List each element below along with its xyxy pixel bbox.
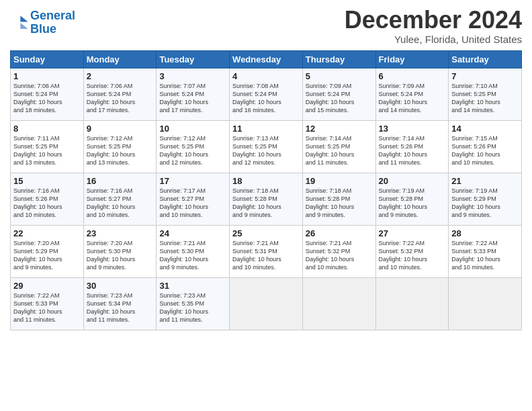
calendar-cell <box>449 277 522 330</box>
cell-text: Sunrise: 7:17 AM Sunset: 5:27 PM Dayligh… <box>159 187 226 220</box>
calendar-cell: 4Sunrise: 7:08 AM Sunset: 5:24 PM Daylig… <box>230 68 303 120</box>
logo-line1: General <box>30 9 75 22</box>
day-number: 27 <box>379 228 446 238</box>
col-sunday: Sunday <box>11 50 84 68</box>
cell-text: Sunrise: 7:21 AM Sunset: 5:31 PM Dayligh… <box>232 239 300 272</box>
calendar-week-4: 29Sunrise: 7:22 AM Sunset: 5:33 PM Dayli… <box>11 277 522 330</box>
day-number: 17 <box>159 176 226 186</box>
calendar-cell: 24Sunrise: 7:21 AM Sunset: 5:30 PM Dayli… <box>157 225 230 277</box>
calendar-cell: 31Sunrise: 7:23 AM Sunset: 5:35 PM Dayli… <box>157 277 230 330</box>
calendar-cell: 16Sunrise: 7:16 AM Sunset: 5:27 PM Dayli… <box>83 173 157 225</box>
day-number: 23 <box>87 228 154 238</box>
day-number: 10 <box>159 124 226 134</box>
cell-text: Sunrise: 7:22 AM Sunset: 5:32 PM Dayligh… <box>379 239 446 272</box>
cell-text: Sunrise: 7:10 AM Sunset: 5:25 PM Dayligh… <box>451 82 519 115</box>
cell-text: Sunrise: 7:11 AM Sunset: 5:25 PM Dayligh… <box>13 134 81 167</box>
cell-text: Sunrise: 7:06 AM Sunset: 5:24 PM Dayligh… <box>87 82 154 115</box>
calendar-cell: 29Sunrise: 7:22 AM Sunset: 5:33 PM Dayli… <box>11 277 84 330</box>
day-number: 7 <box>451 71 519 81</box>
logo-icon <box>10 13 29 32</box>
calendar-cell: 6Sunrise: 7:09 AM Sunset: 5:24 PM Daylig… <box>375 68 449 120</box>
day-number: 13 <box>379 124 446 134</box>
calendar-cell <box>302 277 375 330</box>
calendar-week-0: 1Sunrise: 7:06 AM Sunset: 5:24 PM Daylig… <box>11 68 522 120</box>
day-number: 3 <box>159 71 226 81</box>
col-friday: Friday <box>375 50 449 68</box>
cell-text: Sunrise: 7:13 AM Sunset: 5:25 PM Dayligh… <box>232 134 300 167</box>
cell-text: Sunrise: 7:23 AM Sunset: 5:35 PM Dayligh… <box>159 291 226 324</box>
cell-text: Sunrise: 7:09 AM Sunset: 5:24 PM Dayligh… <box>306 82 373 115</box>
calendar-cell: 28Sunrise: 7:22 AM Sunset: 5:33 PM Dayli… <box>449 225 522 277</box>
cell-text: Sunrise: 7:21 AM Sunset: 5:30 PM Dayligh… <box>159 239 226 272</box>
month-title: December 2024 <box>345 7 522 34</box>
day-number: 1 <box>13 71 81 81</box>
cell-text: Sunrise: 7:14 AM Sunset: 5:25 PM Dayligh… <box>306 134 373 167</box>
day-number: 11 <box>232 124 300 134</box>
cell-text: Sunrise: 7:16 AM Sunset: 5:27 PM Dayligh… <box>87 187 154 220</box>
day-number: 22 <box>13 228 81 238</box>
day-number: 9 <box>87 124 154 134</box>
calendar-cell: 12Sunrise: 7:14 AM Sunset: 5:25 PM Dayli… <box>302 120 375 173</box>
day-number: 5 <box>306 71 373 81</box>
calendar-cell: 10Sunrise: 7:12 AM Sunset: 5:25 PM Dayli… <box>157 120 230 173</box>
calendar-cell: 20Sunrise: 7:19 AM Sunset: 5:28 PM Dayli… <box>375 173 449 225</box>
cell-text: Sunrise: 7:06 AM Sunset: 5:24 PM Dayligh… <box>13 82 81 115</box>
day-number: 20 <box>379 176 446 186</box>
cell-text: Sunrise: 7:22 AM Sunset: 5:33 PM Dayligh… <box>13 291 81 324</box>
day-number: 19 <box>306 176 373 186</box>
day-number: 15 <box>13 176 81 186</box>
day-number: 30 <box>87 281 154 291</box>
calendar-cell <box>375 277 449 330</box>
col-saturday: Saturday <box>449 50 522 68</box>
cell-text: Sunrise: 7:09 AM Sunset: 5:24 PM Dayligh… <box>379 82 446 115</box>
calendar-cell: 11Sunrise: 7:13 AM Sunset: 5:25 PM Dayli… <box>230 120 303 173</box>
calendar-cell: 3Sunrise: 7:07 AM Sunset: 5:24 PM Daylig… <box>157 68 230 120</box>
calendar-cell: 5Sunrise: 7:09 AM Sunset: 5:24 PM Daylig… <box>302 68 375 120</box>
cell-text: Sunrise: 7:15 AM Sunset: 5:26 PM Dayligh… <box>451 134 519 167</box>
calendar-cell: 15Sunrise: 7:16 AM Sunset: 5:26 PM Dayli… <box>11 173 84 225</box>
day-number: 25 <box>232 228 300 238</box>
col-thursday: Thursday <box>302 50 375 68</box>
page-container: General Blue December 2024 Yulee, Florid… <box>0 0 532 337</box>
cell-text: Sunrise: 7:18 AM Sunset: 5:28 PM Dayligh… <box>306 187 373 220</box>
day-number: 31 <box>159 281 226 291</box>
logo-line2: Blue <box>30 22 56 36</box>
calendar-cell: 17Sunrise: 7:17 AM Sunset: 5:27 PM Dayli… <box>157 173 230 225</box>
calendar-cell: 8Sunrise: 7:11 AM Sunset: 5:25 PM Daylig… <box>11 120 84 173</box>
title-block: December 2024 Yulee, Florida, United Sta… <box>345 7 522 45</box>
day-number: 12 <box>306 124 373 134</box>
calendar-cell: 21Sunrise: 7:19 AM Sunset: 5:29 PM Dayli… <box>449 173 522 225</box>
calendar-header-row: Sunday Monday Tuesday Wednesday Thursday… <box>11 50 522 68</box>
calendar-cell: 23Sunrise: 7:20 AM Sunset: 5:30 PM Dayli… <box>83 225 157 277</box>
col-monday: Monday <box>83 50 157 68</box>
calendar-table: Sunday Monday Tuesday Wednesday Thursday… <box>10 50 522 330</box>
svg-marker-2 <box>20 23 28 29</box>
day-number: 16 <box>87 176 154 186</box>
cell-text: Sunrise: 7:20 AM Sunset: 5:30 PM Dayligh… <box>87 239 154 272</box>
day-number: 14 <box>451 124 519 134</box>
calendar-week-3: 22Sunrise: 7:20 AM Sunset: 5:29 PM Dayli… <box>11 225 522 277</box>
col-tuesday: Tuesday <box>157 50 230 68</box>
calendar-cell: 26Sunrise: 7:21 AM Sunset: 5:32 PM Dayli… <box>302 225 375 277</box>
svg-marker-1 <box>20 15 28 21</box>
day-number: 8 <box>13 124 81 134</box>
svg-rect-0 <box>10 13 29 32</box>
day-number: 6 <box>379 71 446 81</box>
day-number: 4 <box>232 71 300 81</box>
calendar-cell: 25Sunrise: 7:21 AM Sunset: 5:31 PM Dayli… <box>230 225 303 277</box>
location-title: Yulee, Florida, United States <box>345 34 522 45</box>
day-number: 18 <box>232 176 300 186</box>
cell-text: Sunrise: 7:14 AM Sunset: 5:26 PM Dayligh… <box>379 134 446 167</box>
day-number: 28 <box>451 228 519 238</box>
day-number: 2 <box>87 71 154 81</box>
logo: General Blue <box>10 9 75 36</box>
calendar-cell: 14Sunrise: 7:15 AM Sunset: 5:26 PM Dayli… <box>449 120 522 173</box>
col-wednesday: Wednesday <box>230 50 303 68</box>
calendar-cell: 7Sunrise: 7:10 AM Sunset: 5:25 PM Daylig… <box>449 68 522 120</box>
cell-text: Sunrise: 7:20 AM Sunset: 5:29 PM Dayligh… <box>13 239 81 272</box>
cell-text: Sunrise: 7:21 AM Sunset: 5:32 PM Dayligh… <box>306 239 373 272</box>
cell-text: Sunrise: 7:07 AM Sunset: 5:24 PM Dayligh… <box>159 82 226 115</box>
day-number: 24 <box>159 228 226 238</box>
calendar-cell: 13Sunrise: 7:14 AM Sunset: 5:26 PM Dayli… <box>375 120 449 173</box>
day-number: 21 <box>451 176 519 186</box>
